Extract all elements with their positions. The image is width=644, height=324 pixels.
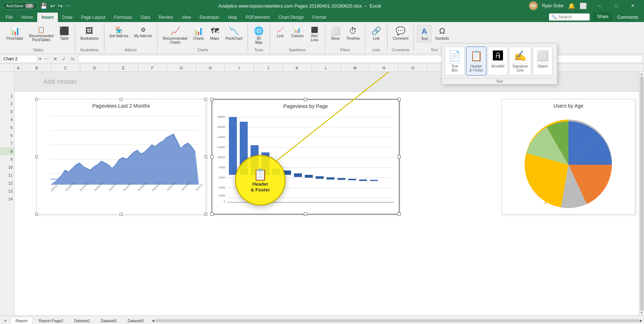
tab-pdfelement[interactable]: PDFelement (241, 13, 274, 22)
tab-dataset2[interactable]: Dataset2 (96, 317, 122, 324)
table-button[interactable]: ⬛ Table (57, 25, 72, 42)
text-button[interactable]: A Text (417, 25, 431, 43)
column-sparkline-button[interactable]: 📊 Column (289, 25, 306, 39)
scroll-thumb-v[interactable] (640, 77, 644, 311)
tab-dataset3[interactable]: Dataset3 (123, 317, 149, 324)
maps-button[interactable]: 🗺 Maps (208, 25, 222, 42)
col-header-F[interactable]: F (138, 64, 167, 72)
col-header-M[interactable]: M (341, 64, 370, 72)
col-header-B[interactable]: B (22, 64, 51, 72)
comments-button[interactable]: Comments (613, 13, 643, 22)
pivot-table-button[interactable]: 📊 PivotTable (4, 25, 25, 42)
tab-data[interactable]: Data (136, 13, 154, 22)
vertical-scrollbar[interactable]: ▲ ▼ (639, 72, 644, 315)
comment-button[interactable]: 💬 Comment (391, 25, 410, 42)
my-addins-button[interactable]: ⚙ My Add-ins (132, 25, 154, 39)
handle-bl[interactable] (35, 213, 38, 216)
tab-format[interactable]: Format (308, 13, 330, 22)
recommended-charts-button[interactable]: 📈 RecommendedCharts (161, 25, 189, 46)
tab-formulas[interactable]: Formulas (110, 13, 136, 22)
recommended-pivottables-button[interactable]: 📋 RecommendedPivotTables (27, 25, 56, 43)
handle-tl[interactable] (35, 98, 38, 101)
c2-handle-ml[interactable] (210, 155, 214, 159)
wordart-button[interactable]: 🅰 WordArt (488, 47, 508, 75)
maximize-button[interactable]: □ (608, 0, 624, 12)
col-header-E[interactable]: E (109, 64, 138, 72)
object-button[interactable]: ⬜ Object (533, 47, 553, 75)
tab-insert[interactable]: Insert (37, 12, 58, 22)
symbols-button[interactable]: Ω Symbols (433, 25, 451, 42)
col-header-D[interactable]: D (80, 64, 109, 72)
tab-report[interactable]: Report (10, 317, 33, 324)
search-input[interactable] (558, 14, 587, 20)
charts-button[interactable]: 📊 Charts (191, 25, 206, 42)
win-loss-button[interactable]: ⬛ Win/Loss (307, 25, 322, 43)
autosave-toggle[interactable]: AutoSave Off (3, 3, 37, 9)
share-button[interactable]: Share (593, 12, 613, 21)
add-sheet-button[interactable]: + (1, 317, 9, 324)
c2-handle-tl[interactable] (210, 98, 214, 101)
illustrations-button[interactable]: 🖼 Illustrations (78, 25, 101, 42)
formula-input[interactable] (78, 55, 643, 63)
col-header-G[interactable]: G (167, 64, 196, 72)
handle-br[interactable] (204, 213, 207, 216)
col-header-J[interactable]: J (254, 64, 283, 72)
customize-icon[interactable]: ⋯ (65, 3, 71, 9)
handle-tm[interactable] (120, 98, 123, 101)
insert-function-button[interactable]: fx (69, 55, 77, 63)
tab-page-layout[interactable]: Page Layout (77, 13, 110, 22)
handle-mr[interactable] (204, 155, 207, 158)
tab-chart-design[interactable]: Chart Design (274, 13, 308, 22)
redo-icon[interactable]: ↪ (58, 3, 63, 9)
ribbon-display-icon[interactable]: ⬜ (580, 3, 587, 9)
ribbon-search[interactable]: 🔍 (549, 13, 590, 21)
scroll-down-arrow[interactable]: ▼ (640, 311, 643, 315)
c2-handle-tm[interactable] (304, 98, 307, 101)
handle-tr[interactable] (204, 98, 207, 101)
header-footer-button[interactable]: 📋 Header& Footer (466, 47, 486, 75)
scroll-thumb-h[interactable] (155, 319, 639, 322)
tab-help[interactable]: Help (224, 13, 242, 22)
col-header-N[interactable]: N (370, 64, 398, 72)
scroll-up-arrow[interactable]: ▲ (640, 73, 643, 76)
col-header-L[interactable]: L (312, 64, 341, 72)
col-header-A[interactable]: A (14, 64, 22, 72)
tab-developer[interactable]: Developer (195, 13, 224, 22)
signature-line-button[interactable]: ✍ SignatureLine (509, 47, 531, 75)
tab-home[interactable]: Home (17, 13, 37, 22)
chart1-container[interactable]: Pageviews Last 2 Months 8/2019 8/15/2019 (36, 99, 206, 215)
close-button[interactable]: ✕ (624, 0, 641, 12)
tab-view[interactable]: View (177, 13, 195, 22)
scroll-left-arrow[interactable]: ◀ (152, 319, 154, 323)
get-addins-button[interactable]: 🏪 Get Add-ins (107, 25, 131, 39)
c2-handle-mr[interactable] (397, 155, 401, 159)
col-header-K[interactable]: K (283, 64, 312, 72)
c2-handle-bm[interactable] (304, 212, 307, 216)
notifications-icon[interactable]: 🔔 (568, 3, 575, 9)
chart3-container[interactable]: Users by Age (502, 99, 635, 215)
tab-report-page2[interactable]: Report Page2 (34, 317, 68, 324)
name-box[interactable] (1, 55, 38, 63)
autosave-state[interactable]: Off (25, 4, 34, 8)
3d-map-button[interactable]: 🌐 3DMap (252, 25, 266, 46)
text-box-button[interactable]: 📄 TextBox (445, 47, 465, 75)
tab-review[interactable]: Review (154, 13, 177, 22)
timeline-button[interactable]: ⏱ Timeline (344, 25, 362, 42)
scroll-right-arrow[interactable]: ▶ (640, 319, 643, 323)
cancel-formula-button[interactable]: ✕ (51, 55, 59, 63)
confirm-formula-button[interactable]: ✓ (60, 55, 68, 63)
more-options-icon[interactable]: ⋯ (43, 56, 50, 61)
col-header-C[interactable]: C (51, 64, 80, 72)
tab-draw[interactable]: Draw (58, 13, 77, 22)
link-button[interactable]: 🔗 Link (369, 25, 384, 42)
undo-icon[interactable]: ↩ (50, 3, 55, 9)
c2-handle-br[interactable] (397, 212, 401, 216)
save-icon[interactable]: 💾 (40, 3, 47, 9)
line-button[interactable]: 📈 Line (273, 25, 287, 39)
col-header-H[interactable]: H (196, 64, 225, 72)
user-avatar[interactable]: RD (529, 1, 538, 10)
slicer-button[interactable]: ⬜ Slicer (328, 25, 343, 42)
handle-bm[interactable] (120, 213, 123, 216)
minimize-button[interactable]: ─ (591, 0, 608, 12)
handle-ml[interactable] (35, 155, 38, 158)
